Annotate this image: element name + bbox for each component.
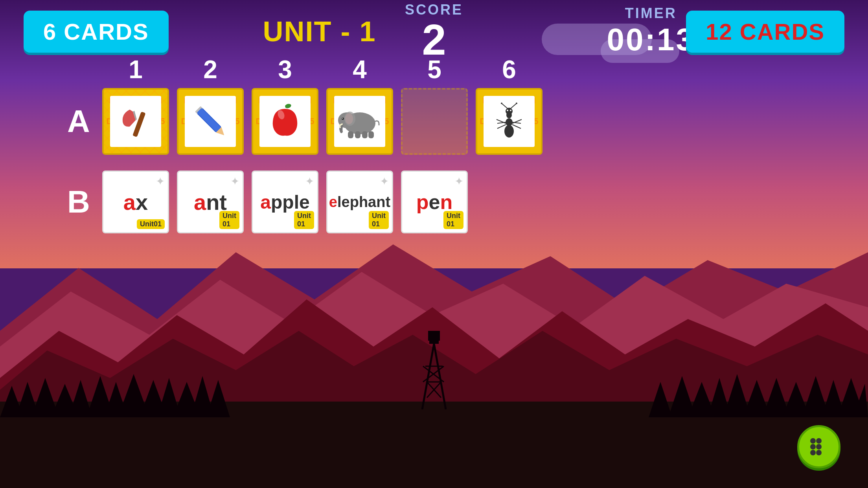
svg-rect-55 [368,131,374,138]
svg-line-69 [512,125,521,128]
svg-point-57 [506,118,513,126]
header: 6 CARDS UNIT - 1 SCORE 2 TIMER 00:13 12 … [0,0,868,63]
svg-point-74 [810,444,816,449]
svg-point-73 [816,438,822,444]
word-card-pen[interactable]: ✦ pen Unit01 [401,171,468,233]
row-a: A MD5MD5MD5MD5MD5MD5MD5 [63,88,805,155]
col-num-5: 5 [401,55,468,84]
col-num-6: 6 [476,55,542,84]
row-a-label: A [63,103,94,139]
svg-point-59 [506,108,513,115]
svg-rect-53 [355,131,360,138]
image-card-6[interactable]: MD5MD5MD5MD5MD5MD5 [476,88,542,155]
image-card-1[interactable]: MD5MD5MD5MD5MD5MD5MD5 [102,88,169,155]
svg-line-60 [502,104,508,108]
image-card-5[interactable] [401,88,468,155]
svg-line-31 [422,344,434,409]
svg-line-62 [511,104,516,108]
word-card-ax[interactable]: ✦ ax Unit01 [102,171,169,233]
svg-rect-43 [197,108,221,132]
image-card-4[interactable]: MD5MD5MD5MD5MD5MD5 [326,88,393,155]
svg-rect-52 [348,131,353,138]
score-section: SCORE 2 [405,2,463,61]
unit-label: UNIT - 1 [263,15,376,48]
row-b-label: B [63,184,94,220]
menu-icon [807,437,831,457]
image-card-2[interactable]: MD5MD5MD5MD5MD5MD5MD5 [177,88,244,155]
svg-rect-30 [429,341,439,344]
watch-tower [414,331,454,409]
svg-point-77 [816,450,822,455]
timer-title: TIMER [607,5,695,22]
row-b: B ✦ ax Unit01 ✦ ant Unit01 ✦ apple Unit0… [63,171,805,233]
svg-point-50 [342,117,344,120]
svg-point-75 [816,444,822,449]
svg-point-56 [504,125,514,138]
svg-point-71 [510,110,511,111]
word-card-ant[interactable]: ✦ ant Unit01 [177,171,244,233]
svg-point-72 [810,438,816,444]
svg-rect-54 [362,131,368,138]
svg-marker-17 [649,382,672,417]
timer-value: 00:13 [607,22,695,58]
svg-rect-29 [428,331,440,341]
12-cards-button[interactable]: 12 CARDS [686,11,844,53]
timer-section: TIMER 00:13 [607,5,695,58]
svg-point-49 [345,113,353,124]
col-num-3: 3 [252,55,318,84]
image-card-3[interactable]: MD5MD5MD5MD5MD5MD5 [252,88,318,155]
column-numbers-row: 1 2 3 4 5 6 [63,55,805,84]
word-card-apple[interactable]: ✦ apple Unit01 [252,171,318,233]
word-card-elephant[interactable]: ✦ elephant Unit01 [326,171,393,233]
svg-point-51 [342,118,343,119]
col-num-2: 2 [177,55,244,84]
svg-line-32 [434,344,446,409]
svg-line-66 [497,125,506,128]
col-num-4: 4 [326,55,393,84]
svg-point-61 [501,103,502,104]
svg-point-63 [516,103,517,104]
col-num-1: 1 [102,55,169,84]
svg-marker-16 [206,380,230,417]
svg-point-76 [810,450,816,455]
6-cards-button[interactable]: 6 CARDS [24,11,169,53]
svg-point-70 [507,110,508,111]
menu-button[interactable] [797,425,840,468]
game-area: 1 2 3 4 5 6 A MD5MD5MD5MD5MD5MD5MD5 [0,55,868,233]
